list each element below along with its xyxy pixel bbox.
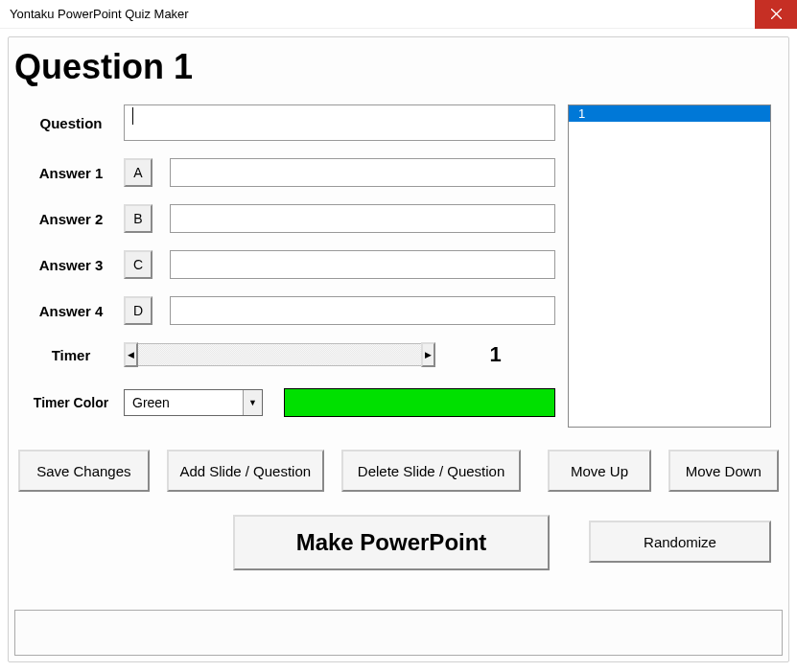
status-bar xyxy=(14,610,783,656)
timer-color-selected: Green xyxy=(132,395,170,410)
toolbar-row: Save Changes Add Slide / Question Delete… xyxy=(18,450,779,492)
move-up-button[interactable]: Move Up xyxy=(548,450,650,492)
close-button[interactable] xyxy=(755,0,797,29)
window-title: Yontaku PowerPoint Quiz Maker xyxy=(10,7,755,21)
question-listbox[interactable]: 1 xyxy=(568,104,771,428)
timer-row: Timer ◀ ▶ 1 xyxy=(18,342,555,367)
close-icon xyxy=(771,9,782,19)
save-changes-button[interactable]: Save Changes xyxy=(18,450,150,492)
answer2-input[interactable] xyxy=(170,204,555,233)
answer4-letter-button[interactable]: D xyxy=(124,296,152,325)
answer4-label: Answer 4 xyxy=(18,303,124,319)
chevron-down-icon: ▼ xyxy=(243,390,262,415)
question-label: Question xyxy=(18,115,124,131)
make-powerpoint-button[interactable]: Make PowerPoint xyxy=(233,515,550,570)
randomize-button[interactable]: Randomize xyxy=(589,521,771,563)
timer-label: Timer xyxy=(18,347,124,363)
move-down-button[interactable]: Move Down xyxy=(668,450,779,492)
timer-color-select[interactable]: Green ▼ xyxy=(124,389,263,416)
answer3-row: Answer 3 C xyxy=(18,250,555,279)
answer2-row: Answer 2 B xyxy=(18,204,555,233)
answer3-letter-button[interactable]: C xyxy=(124,250,152,279)
page-title: Question 1 xyxy=(9,37,788,95)
form-area: Question Answer 1 A Answer 2 B Answer 3 … xyxy=(18,104,555,417)
answer1-input[interactable] xyxy=(170,158,555,187)
titlebar: Yontaku PowerPoint Quiz Maker xyxy=(0,0,797,29)
question-row: Question xyxy=(18,104,555,141)
answer2-label: Answer 2 xyxy=(18,211,124,227)
timer-track[interactable] xyxy=(138,343,421,366)
timer-increment-button[interactable]: ▶ xyxy=(421,342,435,367)
answer2-letter-button[interactable]: B xyxy=(124,204,152,233)
timer-decrement-button[interactable]: ◀ xyxy=(124,342,138,367)
timer-value: 1 xyxy=(435,342,555,367)
timer-slider[interactable]: ◀ ▶ xyxy=(124,342,435,367)
triangle-right-icon: ▶ xyxy=(425,350,432,359)
delete-slide-button[interactable]: Delete Slide / Question xyxy=(341,450,521,492)
answer4-input[interactable] xyxy=(170,296,555,325)
answer1-letter-button[interactable]: A xyxy=(124,158,152,187)
timer-color-row: Timer Color Green ▼ xyxy=(18,388,555,417)
question-input[interactable] xyxy=(124,104,555,141)
bottom-row: Make PowerPoint Randomize xyxy=(18,515,779,570)
add-slide-button[interactable]: Add Slide / Question xyxy=(167,450,324,492)
triangle-left-icon: ◀ xyxy=(128,350,134,359)
answer3-label: Answer 3 xyxy=(18,257,124,273)
timer-color-label: Timer Color xyxy=(18,395,124,410)
answer1-row: Answer 1 A xyxy=(18,158,555,187)
text-caret xyxy=(132,107,133,125)
window-body: Question 1 Question Answer 1 A Answer 2 … xyxy=(8,36,789,662)
answer4-row: Answer 4 D xyxy=(18,296,555,325)
answer3-input[interactable] xyxy=(170,250,555,279)
answer1-label: Answer 1 xyxy=(18,165,124,181)
timer-color-swatch xyxy=(284,388,555,417)
list-item[interactable]: 1 xyxy=(569,105,770,122)
